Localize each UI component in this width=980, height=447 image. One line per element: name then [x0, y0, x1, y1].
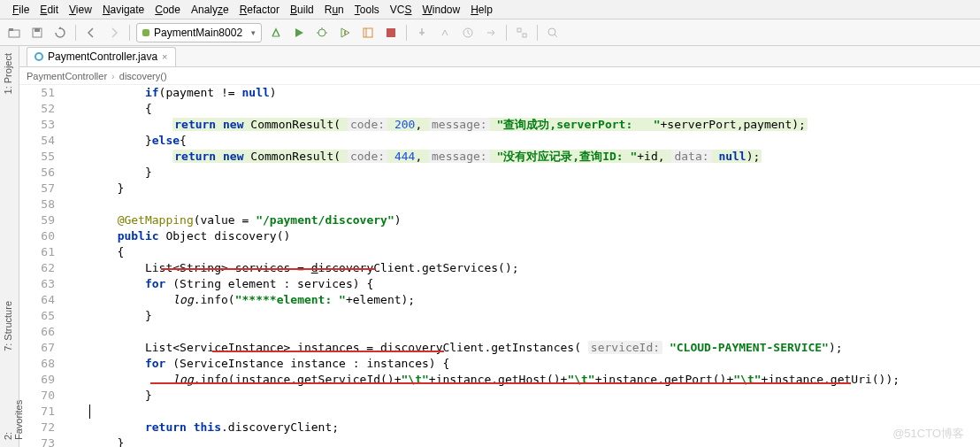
svg-point-16 [548, 28, 555, 35]
menu-window[interactable]: Window [417, 2, 465, 18]
run-config-label: PaymentMain8002 [154, 27, 242, 39]
menu-navigate[interactable]: Navigate [97, 2, 149, 18]
build-icon[interactable] [265, 22, 287, 43]
menu-refactor[interactable]: Refactor [234, 2, 285, 18]
menu-bar: File Edit View Navigate Code Analyze Ref… [0, 0, 980, 19]
debug-icon[interactable] [311, 22, 333, 43]
code-area[interactable]: if(payment != null) { return new CommonR… [62, 85, 980, 447]
menu-edit[interactable]: Edit [34, 2, 64, 18]
git-history-icon[interactable] [457, 22, 479, 43]
back-icon[interactable] [80, 22, 102, 43]
tab-label: PaymentController.java [48, 50, 157, 63]
menu-code[interactable]: Code [149, 2, 186, 18]
project-tool-tab[interactable]: 1: Project [0, 46, 16, 101]
svg-rect-9 [344, 31, 346, 35]
open-icon[interactable] [4, 22, 25, 43]
menu-view[interactable]: View [64, 2, 97, 18]
coverage-icon[interactable] [334, 22, 356, 43]
annotation-underline [212, 351, 444, 352]
save-icon[interactable] [27, 22, 48, 43]
line-gutter: 5152535455565758596061626364656667686970… [27, 85, 62, 447]
breadcrumb-method[interactable]: discovery() [119, 71, 167, 81]
svg-rect-1 [9, 28, 13, 31]
breadcrumb: PaymentController › discovery() [0, 67, 980, 85]
java-class-icon [34, 52, 43, 61]
svg-rect-10 [364, 28, 372, 37]
menu-help[interactable]: Help [465, 2, 498, 18]
forward-icon[interactable] [103, 22, 125, 43]
annotation-underline [150, 382, 851, 384]
refresh-icon[interactable] [50, 22, 71, 43]
run-icon[interactable] [288, 22, 310, 43]
search-icon[interactable] [542, 22, 563, 43]
close-icon[interactable]: × [162, 51, 167, 62]
favorites-tool-tab[interactable]: 2: Favorites [0, 382, 27, 447]
code-editor[interactable]: 5152535455565758596061626364656667686970… [27, 85, 980, 447]
git-revert-icon[interactable] [480, 22, 501, 43]
svg-rect-15 [523, 34, 526, 37]
svg-rect-3 [34, 28, 40, 32]
git-commit-icon[interactable] [434, 22, 456, 43]
chevron-down-icon: ▾ [251, 28, 256, 37]
menu-vcs[interactable]: VCS [385, 2, 417, 18]
config-icon [142, 29, 149, 36]
editor-tabs: PaymentController.java × [0, 46, 980, 67]
menu-tools[interactable]: Tools [349, 2, 385, 18]
svg-line-17 [555, 35, 557, 37]
toolbar: PaymentMain8002 ▾ [0, 19, 980, 46]
menu-analyze[interactable]: Analyze [186, 2, 234, 18]
git-update-icon[interactable] [411, 22, 433, 43]
text-cursor [89, 405, 90, 419]
menu-build[interactable]: Build [285, 2, 319, 18]
menu-file[interactable]: File [7, 2, 34, 18]
watermark: @51CTO博客 [892, 426, 964, 442]
svg-rect-0 [9, 30, 19, 37]
annotation-underline [161, 268, 376, 270]
structure-icon[interactable] [511, 22, 532, 43]
stop-icon[interactable] [380, 22, 402, 43]
menu-run[interactable]: Run [319, 2, 349, 18]
run-config-selector[interactable]: PaymentMain8002 ▾ [136, 23, 262, 42]
svg-rect-14 [517, 28, 521, 32]
structure-tool-tab[interactable]: 7: Structure [0, 294, 16, 358]
breadcrumb-separator: › [111, 71, 115, 81]
profile-icon[interactable] [357, 22, 379, 43]
svg-rect-12 [387, 28, 395, 37]
svg-point-5 [318, 29, 325, 36]
editor-tab[interactable]: PaymentController.java × [27, 47, 176, 66]
tool-window-bar: 1: Project 7: Structure 2: Favorites [0, 46, 19, 447]
breadcrumb-class[interactable]: PaymentController [27, 71, 107, 81]
